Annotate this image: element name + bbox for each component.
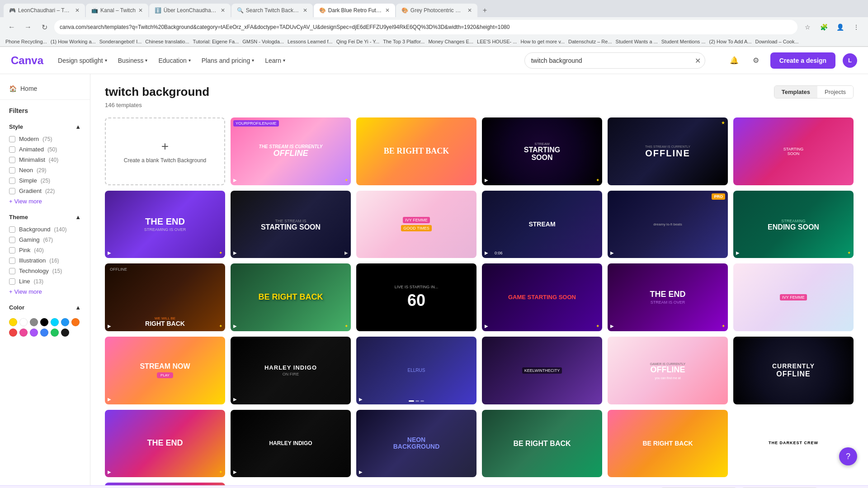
bookmark-17[interactable]: Download – Cook... (755, 39, 799, 44)
template-card-brb-robot[interactable]: Be Right Back (608, 410, 728, 478)
swatch-green[interactable] (51, 328, 59, 337)
filter-neon-checkbox[interactable] (9, 167, 15, 174)
forward-button[interactable]: → (22, 21, 34, 33)
extensions-icon[interactable]: 🧩 (817, 21, 830, 33)
browser-tab-4[interactable]: 🔍 Search Twitch Background –... ✕ (231, 4, 313, 17)
swatch-light-blue[interactable] (40, 328, 48, 337)
nav-business[interactable]: Business ▾ (118, 55, 148, 66)
tab-close-2[interactable]: ✕ (138, 7, 143, 14)
filter-background-checkbox[interactable] (9, 226, 15, 233)
filter-animated[interactable]: Animated (50) (9, 144, 81, 155)
canva-logo[interactable]: Canva (11, 54, 43, 67)
search-input[interactable] (524, 52, 705, 69)
template-card-starting-dark[interactable]: STREAM STARTINGSOON ▶ ✦ (482, 117, 602, 185)
bookmark-13[interactable]: Datenschutz – Re... (568, 39, 612, 44)
template-card-darkest-crew[interactable]: THE DARKEST CREW (733, 410, 854, 478)
tab-close-3[interactable]: ✕ (221, 7, 225, 14)
template-card-stream-now[interactable]: Stream Now PLAY ▶ ✦ (105, 337, 225, 404)
bookmark-4[interactable]: Chinese translatio... (145, 39, 189, 44)
bookmark-11[interactable]: LEE'S HOUSE- ... (477, 39, 517, 44)
projects-tab[interactable]: Projects (817, 86, 853, 98)
template-card-the-end-violet[interactable]: THE END STREAM IS OVER ▶ ✦ (608, 263, 728, 331)
filter-line-checkbox[interactable] (9, 278, 15, 285)
bookmark-7[interactable]: Lessons Learned f... (288, 39, 333, 44)
color-filter-header[interactable]: Color ▲ (9, 300, 81, 314)
template-card-brb-green[interactable]: BE RIGHT BACK ▶ ✦ (231, 263, 351, 331)
filter-animated-checkbox[interactable] (9, 146, 15, 153)
filter-minimalist-checkbox[interactable] (9, 157, 15, 163)
filter-line[interactable]: Line (13) (9, 276, 81, 286)
bookmark-5[interactable]: Tutorial: Eigene Fa... (193, 39, 239, 44)
template-card-brb2[interactable]: BE RIGHT BACK (482, 410, 602, 478)
profile-icon[interactable]: 👤 (834, 21, 846, 33)
browser-tab-5[interactable]: 🎨 Dark Blue Retro Futuristic Str... ✕ (314, 4, 395, 17)
tab-close-4[interactable]: ✕ (303, 7, 307, 14)
template-card-neon-bg[interactable]: NEONBACKGROUND ▶ (356, 410, 476, 478)
help-button[interactable]: ? (839, 447, 857, 465)
template-card-harley-black[interactable]: HARLEY INDIGO ON FIRE ▶ (231, 337, 351, 404)
filter-illustration-checkbox[interactable] (9, 258, 15, 264)
menu-icon[interactable]: ⋮ (850, 21, 863, 33)
notifications-icon[interactable]: 🔔 (727, 53, 741, 68)
tab-close-6[interactable]: ✕ (467, 7, 472, 14)
filter-simple[interactable]: Simple (25) (9, 175, 81, 186)
user-avatar[interactable]: L (843, 53, 857, 68)
theme-filter-header[interactable]: Theme ▲ (9, 210, 81, 224)
browser-tab-6[interactable]: 🎨 Grey Photocentric Game Nigh... ✕ (396, 4, 477, 17)
new-tab-button[interactable]: + (478, 4, 491, 17)
bookmark-3[interactable]: Sonderangebot! I... (99, 39, 142, 44)
template-card-offline[interactable]: The stream is currentlyOffline YOURPROFI… (231, 117, 351, 185)
template-card-shooting-star[interactable]: dreamy lo-fi beats PRO ▶ (608, 191, 728, 258)
search-clear-button[interactable]: ✕ (695, 56, 701, 65)
template-card-harley2[interactable]: HARLEY INDIGO ▶ (231, 410, 351, 478)
filter-modern-checkbox[interactable] (9, 136, 15, 142)
template-card-ivy-femme2[interactable]: IVY FEMME (733, 263, 854, 331)
template-card-togo[interactable]: ToGO (105, 483, 225, 485)
template-card-the-end-rainbow[interactable]: THE END ▶ ✦ (105, 410, 225, 478)
filter-background[interactable]: Background (140) (9, 224, 81, 235)
template-card-purple-blue[interactable]: ELLRUS ▶ (356, 337, 476, 404)
bookmark-1[interactable]: Phone Recycling... (5, 39, 47, 44)
filter-gaming-checkbox[interactable] (9, 237, 15, 243)
swatch-yellow[interactable] (9, 318, 17, 326)
swatch-pink[interactable] (19, 328, 28, 337)
nav-design-spotlight[interactable]: Design spotlight ▾ (58, 55, 107, 66)
filter-gradient[interactable]: Gradient (22) (9, 186, 81, 196)
swatch-dark-black[interactable] (61, 328, 69, 337)
template-card-ending-soon[interactable]: STREAMING ENDING SOON ▶ ✦ (733, 191, 854, 258)
tab-close-5[interactable]: ✕ (385, 7, 390, 14)
browser-tab-2[interactable]: 📺 Kanal – Twitch ✕ (86, 4, 148, 17)
filter-simple-checkbox[interactable] (9, 178, 15, 184)
template-card-be-right-back[interactable]: be right back (356, 117, 476, 185)
bookmark-16[interactable]: (2) How To Add A... (709, 39, 752, 44)
template-card-stream-dark[interactable]: STREAM ▶ 0:06 (482, 191, 602, 258)
swatch-cyan[interactable] (51, 318, 59, 326)
template-card-starting-soon-dark[interactable]: THE STREAM IS STARTING SOON ▶ ▶ (231, 191, 351, 258)
style-filter-header[interactable]: Style ▲ (9, 120, 81, 134)
template-card-the-end-purple[interactable]: THE END STREAMING IS OVER ▶ ✦ (105, 191, 225, 258)
nav-plans-pricing[interactable]: Plans and pricing ▾ (202, 55, 254, 66)
swatch-gray[interactable] (30, 318, 38, 326)
bookmark-star-icon[interactable]: ☆ (801, 21, 814, 33)
bookmark-6[interactable]: GMSN - Vologda... (242, 39, 284, 44)
filter-technology-checkbox[interactable] (9, 268, 15, 274)
browser-tab-1[interactable]: 🎮 LeonChaudhari – Twitch ✕ (4, 4, 85, 17)
swatch-orange[interactable] (71, 318, 80, 326)
nav-education[interactable]: Education ▾ (158, 55, 190, 66)
filter-pink-checkbox[interactable] (9, 247, 15, 253)
theme-view-more[interactable]: + View more (9, 286, 81, 297)
template-card-game-starting[interactable]: GAME STARTING SOON ▶ ✦ (482, 263, 602, 331)
filter-gradient-checkbox[interactable] (9, 188, 15, 194)
template-card-colorful[interactable]: STARTINGSOON (733, 117, 854, 185)
bookmark-2[interactable]: (1) How Working a... (51, 39, 96, 44)
template-card-currently-offline[interactable]: CURRENTLYOFFLINE (733, 337, 854, 404)
filter-neon[interactable]: Neon (29) (9, 165, 81, 175)
browser-tab-3[interactable]: ℹ️ Über LeonChaudhari – Twitch ✕ (149, 4, 231, 17)
reload-button[interactable]: ↻ (38, 21, 51, 33)
swatch-black[interactable] (40, 318, 48, 326)
settings-icon[interactable]: ⚙ (749, 53, 763, 68)
filter-technology[interactable]: Technology (15) (9, 266, 81, 276)
bookmark-8[interactable]: Qing Fei De Yi - Y... (336, 39, 380, 44)
template-card-keelwinthecity[interactable]: KEELWINTHECITY (482, 337, 602, 404)
bookmark-15[interactable]: Student Mentions ... (661, 39, 706, 44)
